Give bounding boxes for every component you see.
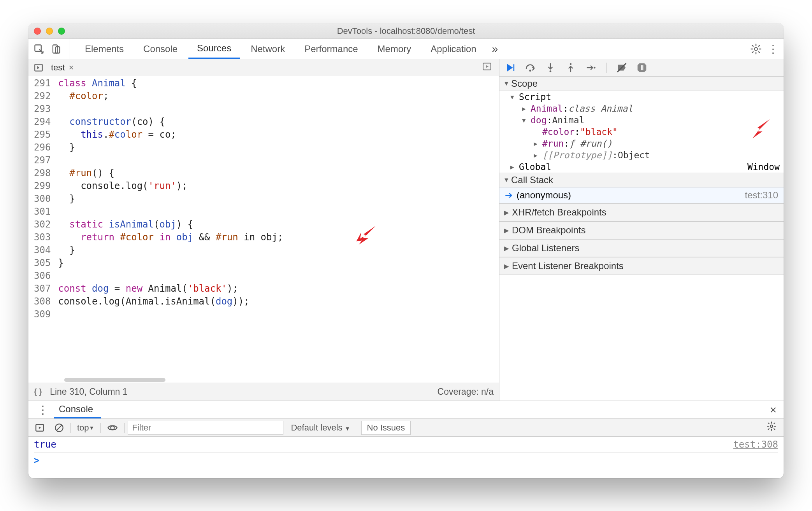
accordion-event-listener-breakpoints[interactable]: ▶ Event Listener Breakpoints bbox=[499, 257, 784, 275]
console-drawer: ⋮ Console × top ▼ Default levels ▼ No Is… bbox=[28, 401, 784, 478]
window-titlebar: DevTools - localhost:8080/demo/test bbox=[28, 23, 784, 39]
svg-point-8 bbox=[550, 70, 552, 72]
horizontal-scrollbar[interactable] bbox=[64, 378, 165, 382]
main-tab-performance[interactable]: Performance bbox=[296, 39, 366, 59]
show-navigator-icon[interactable] bbox=[32, 61, 46, 75]
toggle-device-icon[interactable] bbox=[49, 42, 63, 56]
main-tab-application[interactable]: Application bbox=[422, 39, 485, 59]
coverage-status: Coverage: n/a bbox=[438, 387, 494, 397]
line-number-gutter: 2912922932942952962972982993003013023033… bbox=[28, 76, 54, 383]
main-tab-sources[interactable]: Sources bbox=[188, 39, 240, 59]
svg-line-16 bbox=[57, 425, 62, 430]
step-out-icon[interactable] bbox=[564, 61, 577, 74]
scope-dog-row[interactable]: ▼dog: Animal bbox=[499, 114, 784, 126]
deactivate-breakpoints-icon[interactable] bbox=[615, 61, 628, 74]
scope-label: Scope bbox=[511, 78, 538, 89]
issues-button[interactable]: No Issues bbox=[361, 421, 411, 435]
settings-gear-icon[interactable] bbox=[749, 42, 763, 56]
devtools-main-toolbar: ElementsConsoleSourcesNetworkPerformance… bbox=[28, 39, 784, 59]
scope-section-header[interactable]: ▼Scope bbox=[499, 76, 784, 91]
debugger-sidebar: ▼Scope ▼Script ▶Animal: class Animal ▼do… bbox=[499, 76, 784, 401]
kebab-menu-icon[interactable]: ⋮ bbox=[766, 42, 780, 56]
step-over-icon[interactable] bbox=[524, 61, 537, 74]
scope-color-row[interactable]: ▶#color: "black" bbox=[499, 126, 784, 138]
source-editor[interactable]: 2912922932942952962972982993003013023033… bbox=[28, 76, 499, 383]
execution-context-selector[interactable]: top ▼ bbox=[74, 419, 97, 436]
editor-status-bar: { } Line 310, Column 1 Coverage: n/a bbox=[28, 383, 499, 401]
svg-rect-1 bbox=[53, 45, 58, 53]
drawer-menu-icon[interactable]: ⋮ bbox=[32, 403, 54, 416]
svg-point-10 bbox=[594, 66, 596, 68]
accordion-global-listeners[interactable]: ▶ Global Listeners bbox=[499, 239, 784, 257]
cursor-position: Line 310, Column 1 bbox=[50, 387, 127, 397]
svg-rect-6 bbox=[513, 64, 515, 71]
console-input[interactable] bbox=[39, 455, 778, 466]
console-filter-input[interactable] bbox=[128, 421, 283, 435]
close-drawer-icon[interactable]: × bbox=[766, 403, 780, 416]
step-into-icon[interactable] bbox=[544, 61, 557, 74]
scope-animal-row[interactable]: ▶Animal: class Animal bbox=[499, 103, 784, 114]
current-frame-arrow-icon: ➔ bbox=[505, 190, 513, 201]
svg-point-18 bbox=[770, 425, 773, 428]
console-tab[interactable]: Console bbox=[54, 401, 101, 418]
svg-rect-13 bbox=[642, 65, 643, 70]
log-level-selector[interactable]: Default levels ▼ bbox=[286, 421, 354, 435]
clear-console-icon[interactable] bbox=[51, 419, 67, 436]
call-stack-frame[interactable]: ➔ (anonymous) test:310 bbox=[499, 187, 784, 203]
console-sidebar-toggle-icon[interactable] bbox=[32, 419, 48, 436]
main-tab-memory[interactable]: Memory bbox=[369, 39, 420, 59]
pretty-print-icon[interactable]: { } bbox=[34, 387, 42, 396]
accordion-xhr-fetch-breakpoints[interactable]: ▶ XHR/fetch Breakpoints bbox=[499, 203, 784, 221]
console-output-source-link[interactable]: test:308 bbox=[733, 439, 778, 450]
inspect-element-icon[interactable] bbox=[32, 42, 46, 56]
svg-point-9 bbox=[570, 63, 572, 65]
console-settings-gear-icon[interactable] bbox=[763, 421, 780, 434]
main-tab-network[interactable]: Network bbox=[242, 39, 294, 59]
svg-rect-12 bbox=[641, 65, 642, 70]
scope-script-row[interactable]: ▼Script bbox=[499, 91, 784, 103]
scope-global-row[interactable]: ▶GlobalWindow bbox=[499, 161, 784, 173]
svg-point-7 bbox=[529, 70, 531, 72]
accordion-dom-breakpoints[interactable]: ▶ DOM Breakpoints bbox=[499, 221, 784, 239]
step-icon[interactable] bbox=[584, 61, 598, 74]
sources-file-tabbar: test × bbox=[28, 59, 499, 76]
main-tab-console[interactable]: Console bbox=[135, 39, 186, 59]
scope-run-row[interactable]: ▶#run: ƒ #run() bbox=[499, 138, 784, 149]
run-snippet-icon[interactable] bbox=[482, 61, 492, 74]
debugger-toolbar bbox=[499, 59, 784, 76]
scope-prototype-row[interactable]: ▶[[Prototype]]: Object bbox=[499, 149, 784, 161]
svg-point-17 bbox=[111, 426, 114, 429]
console-prompt-icon: > bbox=[34, 455, 39, 466]
call-stack-header[interactable]: ▼Call Stack bbox=[499, 173, 784, 187]
close-file-icon[interactable]: × bbox=[67, 63, 74, 72]
more-tabs-button[interactable]: » bbox=[487, 43, 503, 55]
resume-script-icon[interactable] bbox=[503, 61, 517, 74]
main-tab-elements[interactable]: Elements bbox=[76, 39, 132, 59]
window-title: DevTools - localhost:8080/demo/test bbox=[28, 26, 784, 36]
console-output-line: true test:308 bbox=[34, 439, 778, 450]
open-file-tab[interactable]: test × bbox=[48, 63, 77, 73]
svg-point-3 bbox=[754, 47, 758, 51]
open-file-name: test bbox=[51, 63, 65, 72]
console-output-value: true bbox=[34, 439, 56, 450]
pause-on-exceptions-icon[interactable] bbox=[635, 61, 649, 74]
live-expression-icon[interactable] bbox=[104, 419, 121, 436]
code-content: class Animal { #color; constructor(co) {… bbox=[54, 76, 499, 383]
